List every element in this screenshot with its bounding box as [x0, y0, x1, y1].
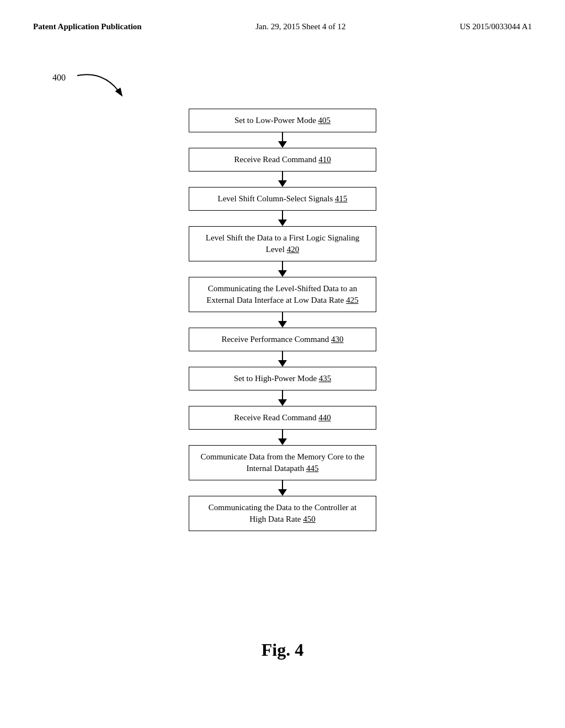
- box-430-number: 430: [331, 335, 344, 344]
- box-435: Set to High-Power Mode 435: [189, 367, 376, 390]
- box-450: Communicating the Data to the Controller…: [189, 496, 376, 531]
- arrow-5: [278, 312, 287, 328]
- arrow-6: [278, 351, 287, 367]
- box-420: Level Shift the Data to a First Logic Si…: [189, 226, 376, 261]
- box-445-text: Communicate Data from the Memory Core to…: [200, 452, 364, 473]
- curved-arrow-svg: [61, 65, 171, 120]
- box-415: Level Shift Column-Select Signals 415: [189, 187, 376, 211]
- box-430: Receive Performance Command 430: [189, 328, 376, 351]
- box-450-number: 450: [303, 515, 316, 523]
- arrow-4: [278, 261, 287, 277]
- box-420-text: Level Shift the Data to a First Logic Si…: [206, 233, 359, 254]
- flow-diagram: Set to Low-Power Mode 405 Receive Read C…: [189, 109, 376, 531]
- arrow-1: [278, 132, 287, 148]
- box-425: Communicating the Level-Shifted Data to …: [189, 277, 376, 312]
- box-405-text: Set to Low-Power Mode 405: [234, 116, 331, 125]
- box-425-number: 425: [346, 296, 359, 304]
- box-420-number: 420: [287, 245, 300, 254]
- box-440-text: Receive Read Command 440: [234, 413, 331, 422]
- box-435-text: Set to High-Power Mode 435: [234, 374, 332, 383]
- box-445-number: 445: [306, 464, 319, 473]
- box-415-number: 415: [335, 194, 348, 203]
- box-415-text: Level Shift Column-Select Signals 415: [218, 194, 348, 203]
- diagram-container: 400 Set to Low-Power Mode 405 Receive Re…: [0, 31, 565, 693]
- arrow-3: [278, 211, 287, 226]
- box-410-text: Receive Read Command 410: [234, 155, 331, 164]
- box-425-text: Communicating the Level-Shifted Data to …: [206, 284, 358, 304]
- arrow-8: [278, 430, 287, 445]
- box-410: Receive Read Command 410: [189, 148, 376, 172]
- box-410-number: 410: [318, 155, 331, 164]
- publication-label: Patent Application Publication: [33, 22, 142, 31]
- box-405-number: 405: [318, 116, 331, 125]
- arrow-9: [278, 480, 287, 496]
- arrow-7: [278, 390, 287, 406]
- patent-number-label: US 2015/0033044 A1: [460, 22, 532, 31]
- box-450-text: Communicating the Data to the Controller…: [209, 503, 356, 523]
- box-445: Communicate Data from the Memory Core to…: [189, 445, 376, 480]
- date-sheet-label: Jan. 29, 2015 Sheet 4 of 12: [255, 22, 345, 31]
- box-440: Receive Read Command 440: [189, 406, 376, 430]
- curved-arrow-path: [77, 74, 121, 95]
- box-430-text: Receive Performance Command 430: [221, 335, 343, 344]
- box-435-number: 435: [319, 374, 332, 383]
- figure-label: Fig. 4: [262, 640, 303, 660]
- box-440-number: 440: [318, 413, 331, 422]
- box-405: Set to Low-Power Mode 405: [189, 109, 376, 132]
- arrow-2: [278, 172, 287, 187]
- page-header: Patent Application Publication Jan. 29, …: [0, 0, 565, 31]
